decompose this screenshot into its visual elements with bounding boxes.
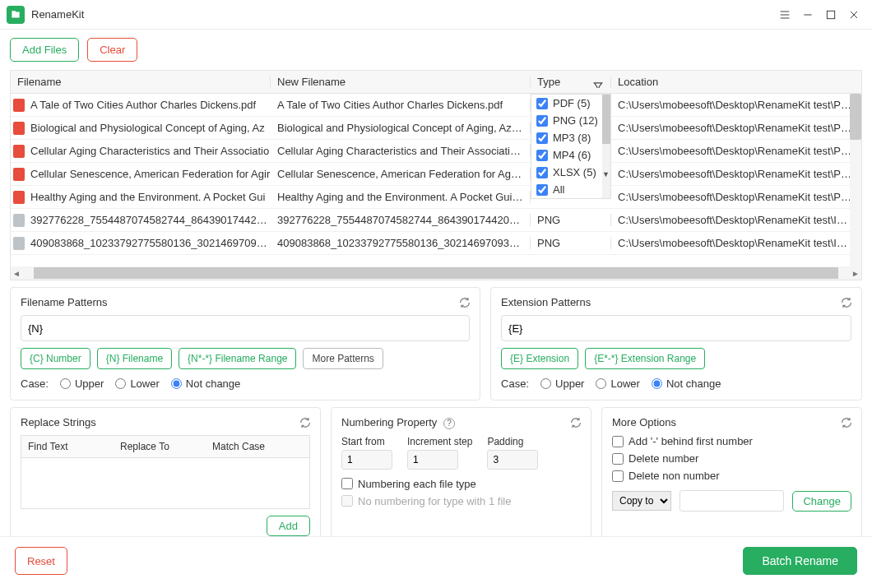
- minimize-button[interactable]: [796, 3, 819, 26]
- refresh-icon[interactable]: [299, 416, 312, 429]
- file-icon: [12, 168, 26, 181]
- case-notchange-radio[interactable]: Not change: [171, 377, 241, 390]
- filename-cell: Cellular Senescence, American Federation…: [30, 168, 270, 180]
- add-replace-button[interactable]: Add: [267, 516, 310, 536]
- start-from-label: Start from: [341, 436, 392, 447]
- type-cell: PNG: [531, 237, 611, 249]
- filename-cell: 409083868_10233792775580136_302146970936…: [30, 237, 271, 249]
- new-filename-cell: Cellular Aging Characteristics and Their…: [271, 145, 531, 157]
- close-button[interactable]: [842, 3, 865, 26]
- footer: Reset Batch Rename: [0, 536, 872, 588]
- file-table: Filename New Filename Type Location A Ta…: [10, 70, 862, 280]
- case-upper-radio[interactable]: Upper: [540, 377, 584, 390]
- svg-rect-3: [13, 145, 25, 158]
- reset-button[interactable]: Reset: [15, 547, 67, 575]
- new-filename-cell: Cellular Senescence, American Federation…: [271, 168, 531, 180]
- tag-n-range[interactable]: {N*-*} Filename Range: [179, 348, 296, 369]
- type-filter-item[interactable]: PNG (12): [531, 112, 610, 129]
- file-icon: [12, 122, 26, 135]
- table-row[interactable]: Cellular Aging Characteristics and Their…: [11, 140, 861, 163]
- case-label: Case:: [501, 377, 529, 390]
- location-cell: C:\Users\mobeesoft\Desktop\RenameKit tes…: [611, 99, 861, 111]
- svg-rect-5: [13, 191, 25, 204]
- case-lower-radio[interactable]: Lower: [115, 377, 159, 390]
- refresh-icon[interactable]: [840, 416, 853, 429]
- table-row[interactable]: 392776228_7554487074582744_8643901744203…: [11, 209, 861, 232]
- table-row[interactable]: A Tale of Two Cities Author Charles Dick…: [11, 94, 861, 117]
- location-cell: C:\Users\mobeesoft\Desktop\RenameKit tes…: [611, 191, 861, 203]
- toolbar: Add Files Clear: [0, 30, 872, 70]
- menu-icon[interactable]: [773, 3, 796, 26]
- header-match: Match Case: [206, 436, 309, 457]
- svg-rect-1: [13, 99, 25, 112]
- type-filter-popup: PDF (5) PNG (12) MP3 (8) MP4 (6) XLSX (5…: [531, 94, 611, 199]
- panel-title: Numbering Property ?: [341, 416, 581, 429]
- vertical-scrollbar[interactable]: [850, 94, 861, 266]
- change-button[interactable]: Change: [792, 491, 851, 512]
- location-cell: C:\Users\mobeesoft\Desktop\RenameKit tes…: [611, 214, 861, 226]
- refresh-icon[interactable]: [458, 296, 471, 309]
- add-files-button[interactable]: Add Files: [10, 38, 79, 62]
- batch-rename-button[interactable]: Batch Rename: [743, 547, 857, 575]
- copy-to-select[interactable]: Copy to: [612, 491, 671, 511]
- clear-button[interactable]: Clear: [87, 38, 137, 62]
- extension-pattern-input[interactable]: [501, 315, 851, 341]
- type-cell: PNG: [531, 214, 611, 226]
- filename-pattern-input[interactable]: [21, 315, 470, 341]
- svg-rect-4: [13, 168, 25, 181]
- copy-path-field[interactable]: [680, 490, 784, 512]
- tag-n-filename[interactable]: {N} Filename: [97, 348, 172, 369]
- numbering-each-type-check[interactable]: Numbering each file type: [341, 478, 581, 490]
- type-filter-item[interactable]: MP3 (8): [531, 129, 610, 146]
- header-location[interactable]: Location: [611, 76, 861, 88]
- delete-number-check[interactable]: Delete number: [612, 452, 851, 465]
- table-row[interactable]: Healthy Aging and the Environment. A Poc…: [11, 186, 861, 209]
- type-filter-item[interactable]: PDF (5): [531, 95, 610, 112]
- add-dash-check[interactable]: Add '-' behind first number: [612, 435, 851, 447]
- case-upper-radio[interactable]: Upper: [60, 377, 104, 390]
- maximize-button[interactable]: [819, 3, 842, 26]
- new-filename-cell: 392776228_7554487074582744_8643901744203…: [271, 214, 531, 226]
- file-icon: [12, 145, 26, 158]
- replace-table-body[interactable]: [21, 458, 310, 509]
- table-row[interactable]: Biological and Physiological Concept of …: [11, 117, 861, 140]
- delete-non-number-check[interactable]: Delete non number: [612, 470, 851, 482]
- tag-e-extension[interactable]: {E} Extension: [501, 348, 578, 369]
- table-row[interactable]: Cellular Senescence, American Federation…: [11, 163, 861, 186]
- horizontal-scrollbar[interactable]: ◄►: [11, 266, 861, 280]
- new-filename-cell: Healthy Aging and the Environment. A Poc…: [271, 191, 531, 203]
- tag-e-range[interactable]: {E*-*} Extension Range: [585, 348, 705, 369]
- header-new-filename[interactable]: New Filename: [271, 76, 531, 88]
- case-lower-radio[interactable]: Lower: [596, 377, 639, 390]
- type-filter-item[interactable]: All: [531, 181, 610, 198]
- refresh-icon[interactable]: [840, 296, 853, 309]
- type-filter-item[interactable]: XLSX (5): [531, 164, 610, 181]
- refresh-icon[interactable]: [569, 416, 582, 429]
- filter-icon[interactable]: [592, 81, 604, 88]
- svg-rect-2: [13, 122, 25, 135]
- help-icon[interactable]: ?: [443, 418, 455, 429]
- svg-rect-7: [13, 237, 25, 250]
- location-cell: C:\Users\mobeesoft\Desktop\RenameKit tes…: [611, 122, 861, 134]
- type-filter-item[interactable]: MP4 (6): [531, 146, 610, 164]
- padding-label: Padding: [487, 436, 538, 447]
- increment-input[interactable]: [407, 450, 458, 470]
- header-find: Find Text: [21, 436, 114, 457]
- file-icon: [12, 237, 26, 250]
- new-filename-cell: A Tale of Two Cities Author Charles Dick…: [271, 99, 531, 111]
- svg-rect-0: [827, 11, 834, 18]
- no-numbering-single-check[interactable]: No numbering for type with 1 file: [341, 495, 581, 507]
- filename-patterns-panel: Filename Patterns {C} Number {N} Filenam…: [10, 287, 480, 400]
- padding-input[interactable]: [487, 450, 538, 470]
- increment-label: Increment step: [407, 436, 472, 447]
- more-patterns-button[interactable]: More Patterns: [303, 348, 383, 369]
- location-cell: C:\Users\mobeesoft\Desktop\RenameKit tes…: [611, 237, 861, 249]
- case-notchange-radio[interactable]: Not change: [652, 377, 721, 390]
- filename-cell: Healthy Aging and the Environment. A Poc…: [30, 191, 265, 203]
- header-filename[interactable]: Filename: [11, 76, 271, 88]
- start-from-input[interactable]: [341, 450, 392, 470]
- table-row[interactable]: 409083868_10233792775580136_302146970936…: [11, 232, 861, 255]
- tag-c-number[interactable]: {C} Number: [21, 348, 90, 369]
- header-type[interactable]: Type: [531, 76, 611, 88]
- panel-title: Replace Strings: [21, 416, 310, 428]
